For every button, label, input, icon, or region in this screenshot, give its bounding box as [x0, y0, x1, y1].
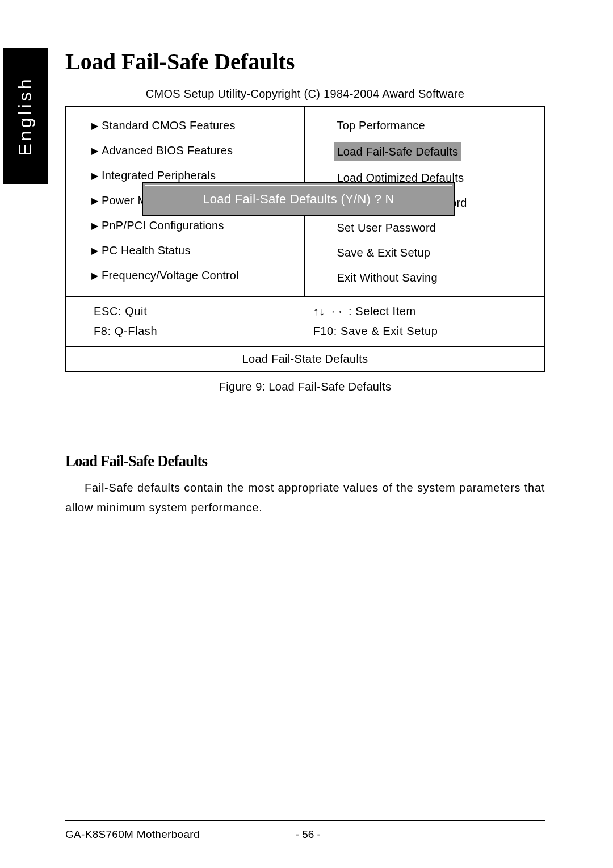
menu-label: Standard CMOS Features — [102, 119, 236, 132]
menu-label: Top Performance — [337, 119, 425, 132]
confirm-dialog[interactable]: Load Fail-Safe Defaults (Y/N) ? N — [142, 182, 455, 216]
footer-product: GA-K8S760M Motherboard — [65, 828, 296, 841]
menu-label: Save & Exit Setup — [337, 246, 431, 259]
menu-label-highlighted: Load Fail-Safe Defaults — [334, 142, 462, 161]
triangle-icon: ▶ — [91, 269, 98, 283]
bios-menu-columns: ▶Standard CMOS Features ▶Advanced BIOS F… — [66, 107, 544, 297]
help-esc: ESC: Quit — [66, 301, 305, 321]
menu-item-exit-without-saving[interactable]: Exit Without Saving — [305, 265, 544, 290]
menu-item-user-password[interactable]: Set User Password — [305, 215, 544, 240]
triangle-icon: ▶ — [91, 244, 98, 258]
help-arrows: ↑↓→←: Select Item — [305, 301, 544, 321]
help-f8: F8: Q-Flash — [66, 321, 305, 341]
menu-item-pnp-pci[interactable]: ▶PnP/PCI Configurations — [66, 213, 304, 238]
dialog-text: Load Fail-Safe Defaults (Y/N) ? N — [203, 192, 394, 207]
body-text: Fail-Safe defaults contain the most appr… — [65, 481, 545, 514]
bios-menu-box: ▶Standard CMOS Features ▶Advanced BIOS F… — [65, 106, 545, 372]
footer: GA-K8S760M Motherboard - 56 - — [65, 828, 545, 841]
menu-label: PC Health Status — [102, 244, 191, 257]
menu-item-advanced-bios[interactable]: ▶Advanced BIOS Features — [66, 138, 304, 163]
footer-rule — [65, 820, 545, 821]
triangle-icon: ▶ — [91, 119, 98, 133]
triangle-icon: ▶ — [91, 144, 98, 158]
triangle-icon: ▶ — [91, 194, 98, 208]
menu-label: Frequency/Voltage Control — [102, 269, 239, 282]
menu-item-load-failsafe[interactable]: Load Fail-Safe Defaults — [305, 138, 544, 165]
bios-status-bar: Load Fail-State Defaults — [66, 347, 544, 371]
menu-item-save-exit[interactable]: Save & Exit Setup — [305, 240, 544, 265]
language-tab: English — [3, 48, 48, 184]
body-paragraph: Fail-Safe defaults contain the most appr… — [65, 478, 545, 518]
help-f10: F10: Save & Exit Setup — [305, 321, 544, 341]
menu-item-frequency-voltage[interactable]: ▶Frequency/Voltage Control — [66, 263, 304, 288]
menu-label: PnP/PCI Configurations — [102, 219, 224, 232]
bios-utility-title: CMOS Setup Utility-Copyright (C) 1984-20… — [65, 87, 545, 100]
menu-item-pc-health[interactable]: ▶PC Health Status — [66, 238, 304, 263]
bios-help-row: ESC: Quit ↑↓→←: Select Item F8: Q-Flash … — [66, 297, 544, 347]
menu-label: Set User Password — [337, 221, 436, 234]
menu-item-top-performance[interactable]: Top Performance — [305, 113, 544, 138]
content-area: Load Fail-Safe Defaults CMOS Setup Utili… — [65, 48, 545, 518]
triangle-icon: ▶ — [91, 169, 98, 183]
page: English Load Fail-Safe Defaults CMOS Set… — [0, 0, 613, 868]
menu-item-standard-cmos[interactable]: ▶Standard CMOS Features — [66, 113, 304, 138]
language-label: English — [15, 76, 36, 156]
footer-page-number: - 56 - — [296, 828, 392, 841]
page-title: Load Fail-Safe Defaults — [65, 48, 545, 75]
menu-label: Integrated Peripherals — [102, 169, 216, 182]
menu-label: Advanced BIOS Features — [102, 144, 233, 157]
menu-label: Exit Without Saving — [337, 271, 438, 284]
subsection-title: Load Fail-Safe Defaults — [65, 452, 545, 470]
triangle-icon: ▶ — [91, 219, 98, 233]
figure-caption: Figure 9: Load Fail-Safe Defaults — [65, 380, 545, 393]
